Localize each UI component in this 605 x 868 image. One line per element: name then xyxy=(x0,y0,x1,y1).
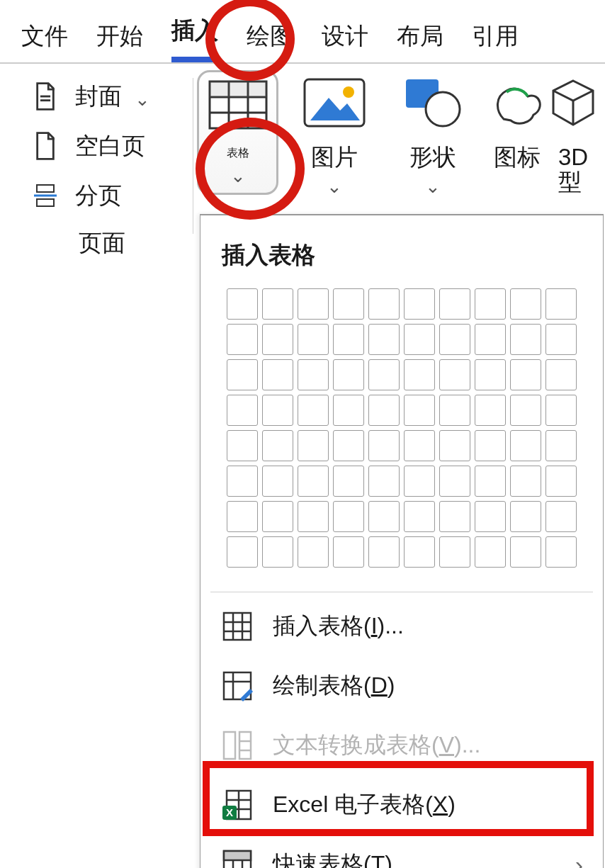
grid-cell[interactable] xyxy=(227,536,258,568)
btn-icons[interactable]: 图标 xyxy=(482,67,552,170)
grid-cell[interactable] xyxy=(475,288,506,320)
grid-cell[interactable] xyxy=(333,466,364,497)
btn-page-break[interactable]: 分页 xyxy=(28,174,193,218)
grid-cell[interactable] xyxy=(298,501,329,532)
btn-pictures[interactable]: 图片 ⌄ xyxy=(285,67,383,198)
grid-cell[interactable] xyxy=(404,501,435,532)
grid-cell[interactable] xyxy=(404,359,435,390)
grid-cell[interactable] xyxy=(404,395,435,426)
tab-draw[interactable]: 绘图 xyxy=(247,21,293,62)
menu-insert-table[interactable]: 插入表格(I)... xyxy=(200,597,603,656)
grid-cell[interactable] xyxy=(333,288,364,320)
grid-cell[interactable] xyxy=(510,324,541,355)
grid-cell[interactable] xyxy=(545,536,577,568)
grid-cell[interactable] xyxy=(368,501,400,532)
menu-draw-table[interactable]: 绘制表格(D) xyxy=(200,656,603,716)
tab-insert[interactable]: 插入 xyxy=(171,15,218,62)
grid-cell[interactable] xyxy=(439,466,470,497)
grid-cell[interactable] xyxy=(439,430,470,461)
grid-cell[interactable] xyxy=(404,324,435,355)
grid-cell[interactable] xyxy=(510,288,541,320)
btn-shapes[interactable]: 形状 ⌄ xyxy=(384,67,482,198)
grid-cell[interactable] xyxy=(439,395,470,426)
grid-cell[interactable] xyxy=(262,324,293,355)
grid-cell[interactable] xyxy=(298,466,329,497)
grid-cell[interactable] xyxy=(368,430,400,461)
btn-blank-page[interactable]: 空白页 xyxy=(28,124,193,168)
grid-cell[interactable] xyxy=(368,395,400,426)
grid-cell[interactable] xyxy=(475,536,506,568)
grid-cell[interactable] xyxy=(475,359,506,390)
grid-cell[interactable] xyxy=(227,324,258,355)
grid-cell[interactable] xyxy=(510,430,541,461)
grid-cell[interactable] xyxy=(298,536,329,568)
grid-cell[interactable] xyxy=(227,501,258,532)
grid-cell[interactable] xyxy=(404,430,435,461)
grid-cell[interactable] xyxy=(227,288,258,320)
grid-cell[interactable] xyxy=(510,536,541,568)
grid-cell[interactable] xyxy=(262,430,293,461)
grid-cell[interactable] xyxy=(298,288,329,320)
grid-cell[interactable] xyxy=(475,395,506,426)
grid-cell[interactable] xyxy=(227,466,258,497)
grid-cell[interactable] xyxy=(475,324,506,355)
grid-cell[interactable] xyxy=(298,430,329,461)
grid-cell[interactable] xyxy=(262,536,293,568)
btn-3d-models[interactable]: 3D 型 xyxy=(552,67,594,194)
grid-cell[interactable] xyxy=(333,395,364,426)
grid-cell[interactable] xyxy=(368,536,400,568)
table-size-grid[interactable] xyxy=(200,288,603,585)
grid-cell[interactable] xyxy=(510,395,541,426)
grid-cell[interactable] xyxy=(333,536,364,568)
tab-references[interactable]: 引用 xyxy=(472,21,519,62)
grid-cell[interactable] xyxy=(510,501,541,532)
grid-cell[interactable] xyxy=(368,288,400,320)
grid-cell[interactable] xyxy=(333,501,364,532)
grid-cell[interactable] xyxy=(404,536,435,568)
grid-cell[interactable] xyxy=(298,395,329,426)
grid-cell[interactable] xyxy=(262,359,293,390)
grid-cell[interactable] xyxy=(298,359,329,390)
grid-cell[interactable] xyxy=(368,324,400,355)
grid-cell[interactable] xyxy=(545,501,577,532)
grid-cell[interactable] xyxy=(545,324,577,355)
grid-cell[interactable] xyxy=(439,288,470,320)
grid-cell[interactable] xyxy=(439,324,470,355)
grid-cell[interactable] xyxy=(333,359,364,390)
grid-cell[interactable] xyxy=(545,288,577,320)
grid-cell[interactable] xyxy=(545,466,577,497)
grid-cell[interactable] xyxy=(368,359,400,390)
grid-cell[interactable] xyxy=(262,466,293,497)
grid-cell[interactable] xyxy=(439,501,470,532)
grid-cell[interactable] xyxy=(510,359,541,390)
grid-cell[interactable] xyxy=(510,466,541,497)
tab-layout[interactable]: 布局 xyxy=(397,21,443,62)
menu-quick-tables[interactable]: 快速表格(T) › xyxy=(200,835,603,868)
grid-cell[interactable] xyxy=(475,501,506,532)
grid-cell[interactable] xyxy=(227,430,258,461)
grid-cell[interactable] xyxy=(475,430,506,461)
tab-file[interactable]: 文件 xyxy=(21,21,68,62)
grid-cell[interactable] xyxy=(545,430,577,461)
grid-cell[interactable] xyxy=(298,324,329,355)
grid-cell[interactable] xyxy=(439,359,470,390)
btn-table-dropdown[interactable]: 表格 ⌄ xyxy=(197,70,278,195)
grid-cell[interactable] xyxy=(545,395,577,426)
grid-cell[interactable] xyxy=(404,466,435,497)
grid-cell[interactable] xyxy=(262,288,293,320)
grid-cell[interactable] xyxy=(227,395,258,426)
grid-cell[interactable] xyxy=(333,430,364,461)
tab-home[interactable]: 开始 xyxy=(96,21,143,62)
grid-cell[interactable] xyxy=(368,466,400,497)
grid-cell[interactable] xyxy=(227,359,258,390)
grid-cell[interactable] xyxy=(262,501,293,532)
tab-design[interactable]: 设计 xyxy=(322,21,368,62)
grid-cell[interactable] xyxy=(333,324,364,355)
grid-cell[interactable] xyxy=(262,395,293,426)
menu-excel-spreadsheet[interactable]: X Excel 电子表格(X) xyxy=(200,775,603,835)
grid-cell[interactable] xyxy=(439,536,470,568)
grid-cell[interactable] xyxy=(475,466,506,497)
grid-cell[interactable] xyxy=(545,359,577,390)
grid-cell[interactable] xyxy=(404,288,435,320)
btn-cover-page[interactable]: 封面 ⌄ xyxy=(28,74,193,118)
